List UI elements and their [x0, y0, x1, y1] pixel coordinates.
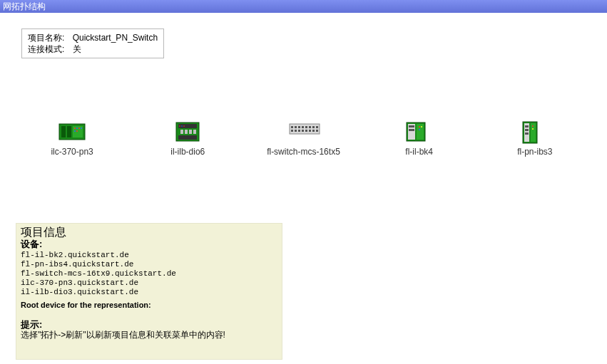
svg-point-6 — [78, 128, 80, 129]
svg-rect-35 — [312, 130, 315, 132]
svg-point-51 — [532, 125, 534, 127]
svg-point-52 — [532, 128, 534, 130]
info-tip-text: 选择"拓扑->刷新"以刷新项目信息和关联菜单中的内容! — [21, 330, 277, 340]
svg-rect-31 — [298, 130, 300, 132]
device-node-il-ilb-dio6[interactable]: il-ilb-dio6 — [134, 121, 241, 157]
device-node-fl-il-bk4[interactable]: fl-il-bk4 — [366, 121, 473, 157]
device-label: fl-pn-ibs3 — [517, 147, 552, 157]
svg-rect-26 — [309, 126, 311, 128]
svg-rect-40 — [409, 125, 414, 128]
svg-rect-27 — [312, 126, 315, 128]
info-tip-heading: 提示: — [21, 319, 277, 330]
svg-point-4 — [74, 128, 76, 129]
svg-rect-28 — [316, 126, 318, 128]
list-item: fl-switch-mcs-16tx9.quickstart.de — [21, 269, 277, 279]
svg-rect-32 — [302, 130, 304, 132]
svg-rect-49 — [525, 129, 529, 131]
device-label: il-ilb-dio6 — [170, 147, 205, 157]
plc-green-icon — [58, 121, 86, 142]
topology-canvas[interactable]: ilc-370-pn3 il-ilb-dio6 — [0, 121, 607, 157]
svg-rect-1 — [61, 126, 66, 137]
project-info-panel: 项目信息 设备: fl-il-bk2.quickstart.de fl-pn-i… — [16, 223, 282, 360]
window-title: 网拓扑结构 — [3, 1, 46, 11]
svg-rect-12 — [178, 135, 197, 140]
list-item: fl-il-bk2.quickstart.de — [21, 251, 277, 260]
profinet-module-icon — [521, 121, 549, 142]
window-titlebar: 网拓扑结构 — [0, 0, 607, 13]
list-item: il-ilb-dio3.quickstart.de — [21, 288, 277, 297]
svg-rect-2 — [67, 126, 71, 137]
device-node-ilc-370-pn3[interactable]: ilc-370-pn3 — [19, 121, 126, 157]
list-item: fl-pn-ibs4.quickstart.de — [21, 260, 277, 269]
project-name-label: 项目名称: — [28, 32, 64, 43]
svg-point-42 — [419, 126, 420, 128]
device-node-fl-pn-ibs3[interactable]: fl-pn-ibs3 — [481, 121, 588, 157]
info-title: 项目信息 — [21, 227, 277, 237]
svg-rect-30 — [295, 130, 297, 132]
svg-rect-50 — [525, 132, 529, 135]
switch-icon — [289, 121, 317, 142]
bus-coupler-icon — [405, 121, 434, 142]
info-root-label: Root device for the representation: — [21, 300, 277, 311]
info-devices-heading: 设备: — [21, 239, 277, 249]
connection-mode-value: 关 — [73, 43, 81, 55]
device-label: fl-il-bk4 — [405, 147, 433, 157]
svg-rect-24 — [302, 126, 304, 128]
svg-rect-21 — [291, 126, 293, 128]
svg-point-43 — [421, 126, 422, 128]
svg-rect-33 — [305, 130, 307, 132]
io-block-icon — [173, 121, 202, 142]
svg-point-5 — [76, 128, 78, 129]
svg-rect-11 — [178, 124, 197, 128]
svg-rect-22 — [295, 126, 297, 128]
svg-rect-23 — [298, 126, 300, 128]
svg-point-17 — [179, 125, 180, 127]
project-name-value: Quickstart_PN_Switch — [73, 32, 158, 43]
svg-rect-29 — [291, 130, 293, 132]
device-label: ilc-370-pn3 — [51, 147, 93, 157]
svg-rect-16 — [193, 130, 196, 134]
svg-rect-48 — [525, 125, 529, 128]
connection-mode-label: 连接模式: — [28, 43, 64, 55]
svg-point-9 — [76, 130, 78, 132]
svg-point-19 — [183, 125, 185, 127]
svg-rect-14 — [185, 130, 188, 134]
svg-rect-25 — [305, 126, 307, 128]
svg-point-18 — [181, 125, 183, 127]
svg-point-44 — [419, 129, 420, 130]
svg-rect-39 — [417, 124, 424, 140]
project-info-box: 项目名称: Quickstart_PN_Switch 连接模式: 关 — [21, 28, 164, 58]
svg-rect-34 — [309, 130, 311, 132]
svg-rect-41 — [409, 129, 414, 131]
svg-point-8 — [74, 130, 76, 132]
svg-rect-13 — [180, 130, 183, 134]
device-label: fl-switch-mcs-16tx5 — [267, 147, 340, 157]
list-item: ilc-370-pn3.quickstart.de — [21, 279, 277, 288]
svg-point-7 — [81, 128, 82, 129]
info-device-list: fl-il-bk2.quickstart.de fl-pn-ibs4.quick… — [21, 251, 277, 297]
device-node-fl-switch-mcs-16tx5[interactable]: fl-switch-mcs-16tx5 — [250, 121, 357, 157]
svg-rect-36 — [316, 130, 318, 132]
svg-rect-15 — [189, 130, 192, 134]
svg-rect-20 — [290, 124, 320, 134]
